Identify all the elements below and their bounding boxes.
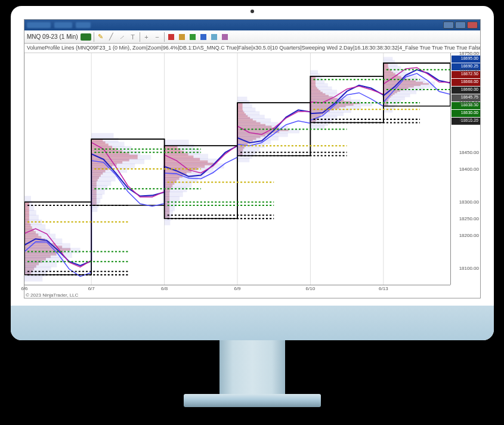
- svg-rect-143: [165, 182, 192, 187]
- instrument-label[interactable]: MNQ 09-23 (1 Min): [27, 33, 78, 40]
- svg-rect-189: [237, 118, 271, 122]
- svg-rect-136: [165, 149, 200, 155]
- close-button[interactable]: [467, 21, 478, 29]
- svg-rect-87: [91, 141, 124, 146]
- time-tick: 6/9: [234, 286, 240, 291]
- time-tick: 6/8: [161, 286, 168, 291]
- svg-rect-100: [91, 198, 100, 203]
- tool-icon[interactable]: [199, 33, 208, 41]
- svg-rect-190: [237, 122, 279, 126]
- svg-rect-95: [91, 177, 115, 181]
- tool-icon[interactable]: [221, 33, 229, 41]
- line-icon[interactable]: ╱: [107, 33, 116, 41]
- time-tick: 6/7: [88, 286, 95, 291]
- svg-rect-144: [165, 187, 187, 192]
- svg-rect-186: [237, 107, 255, 112]
- price-label: 18660.00: [452, 87, 480, 94]
- svg-rect-138: [165, 159, 218, 164]
- monitor-base: [184, 394, 321, 407]
- price-tick: 18200.00: [459, 232, 479, 238]
- monitor-frame: MNQ 09-23 (1 Min) ✎ ╱ ⟋ T + − VolumeProf…: [11, 6, 494, 340]
- price-tick: 18550.00: [459, 116, 479, 122]
- svg-rect-134: [165, 140, 189, 145]
- measure-icon[interactable]: ⟋: [118, 33, 126, 41]
- indicator-info: VolumeProfile Lines (MNQ09F23_1 (0 Min),…: [24, 44, 480, 53]
- window-controls: [443, 21, 478, 29]
- svg-rect-293: [384, 94, 410, 97]
- minimize-button[interactable]: [443, 21, 454, 29]
- time-axis[interactable]: 6/66/76/86/96/106/13: [24, 285, 450, 292]
- price-tick: 18700.00: [459, 67, 479, 72]
- monitor-stand: [219, 340, 285, 397]
- svg-rect-150: [165, 215, 172, 221]
- svg-rect-45: [24, 238, 62, 244]
- svg-rect-85: [91, 133, 113, 138]
- chart-area[interactable]: 18695.0018690.2518672.5018668.0018660.00…: [24, 53, 480, 298]
- pencil-icon[interactable]: ✎: [97, 33, 105, 41]
- svg-rect-146: [165, 196, 180, 202]
- zoom-in-icon[interactable]: +: [143, 33, 151, 41]
- svg-rect-98: [91, 190, 104, 195]
- window-titlebar[interactable]: [24, 20, 480, 30]
- price-axis[interactable]: 18695.0018690.2518672.5018668.0018660.00…: [450, 53, 480, 285]
- price-tick: 18600.00: [459, 100, 479, 106]
- toolbar: MNQ 09-23 (1 Min) ✎ ╱ ⟋ T + −: [24, 30, 480, 44]
- time-tick: 6/6: [21, 286, 27, 291]
- svg-rect-249: [310, 125, 324, 129]
- monitor-chin: [11, 306, 494, 340]
- svg-rect-86: [91, 137, 118, 142]
- svg-rect-290: [384, 85, 434, 88]
- svg-rect-281: [384, 57, 393, 60]
- svg-rect-88: [91, 146, 131, 151]
- price-tick: 18100.00: [459, 266, 479, 271]
- svg-rect-52: [24, 272, 47, 277]
- copyright-text: © 2023 NinjaTrader, LLC: [26, 292, 78, 298]
- svg-rect-39: [24, 210, 36, 215]
- svg-rect-287: [384, 75, 417, 79]
- time-tick: 6/13: [379, 286, 388, 291]
- time-tick: 6/10: [306, 286, 316, 291]
- tool-icon[interactable]: [188, 33, 197, 41]
- svg-rect-36: [24, 196, 31, 201]
- svg-rect-188: [237, 115, 265, 119]
- svg-rect-92: [91, 164, 135, 168]
- price-tick: 18400.00: [459, 167, 479, 172]
- svg-rect-102: [91, 207, 97, 212]
- price-tick: 18250.00: [459, 216, 479, 221]
- camera-notch: [251, 10, 254, 13]
- svg-rect-236: [310, 83, 327, 87]
- zoom-out-icon[interactable]: −: [153, 33, 162, 41]
- price-label-stack: 18695.0018690.2518672.5018668.0018660.00…: [452, 56, 480, 125]
- status-badge[interactable]: [81, 33, 91, 41]
- svg-rect-235: [310, 80, 324, 84]
- svg-rect-234: [310, 76, 321, 80]
- svg-rect-185: [237, 104, 252, 108]
- svg-rect-145: [165, 192, 183, 197]
- svg-rect-96: [91, 181, 111, 186]
- price-label: 18630.00: [452, 110, 480, 117]
- price-tick: 18450.00: [459, 150, 479, 155]
- svg-rect-40: [24, 215, 39, 220]
- svg-rect-38: [24, 205, 34, 211]
- tool-icon[interactable]: [210, 33, 218, 41]
- tool-icon[interactable]: [167, 33, 175, 41]
- svg-rect-289: [384, 82, 435, 85]
- svg-rect-183: [237, 97, 247, 101]
- tool-icon[interactable]: [178, 33, 186, 41]
- svg-rect-97: [91, 185, 107, 190]
- price-tick: 18300.00: [459, 199, 479, 205]
- svg-rect-148: [165, 206, 175, 211]
- svg-rect-232: [310, 70, 318, 74]
- svg-rect-244: [310, 109, 351, 113]
- svg-rect-283: [384, 63, 398, 67]
- price-label: 18695.00: [452, 56, 480, 63]
- chart-plot: [24, 53, 450, 285]
- svg-rect-197: [237, 147, 259, 152]
- text-icon[interactable]: T: [129, 33, 137, 41]
- app-window: MNQ 09-23 (1 Min) ✎ ╱ ⟋ T + − VolumeProf…: [24, 19, 481, 298]
- maximize-button[interactable]: [455, 21, 466, 29]
- svg-rect-151: [165, 220, 171, 225]
- price-tick: 18750.00: [459, 51, 479, 56]
- svg-rect-50: [24, 262, 57, 267]
- svg-rect-187: [237, 111, 259, 115]
